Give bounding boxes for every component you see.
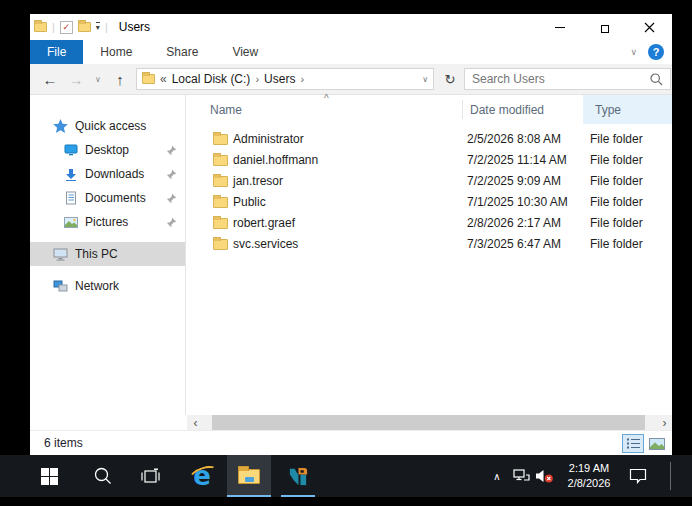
breadcrumb-separator-icon[interactable]: › [300, 73, 304, 85]
show-desktop-button[interactable] [670, 455, 692, 497]
file-name: robert.graef [233, 216, 295, 230]
start-button[interactable] [27, 455, 71, 497]
sidebar-item-pictures[interactable]: Pictures [30, 210, 185, 234]
breadcrumb-separator-icon[interactable]: › [255, 73, 259, 85]
pin-icon [166, 145, 177, 156]
sidebar-item-label: Network [75, 279, 119, 293]
clock[interactable]: 2:19 AM 2/8/2026 [560, 455, 618, 497]
view-buttons [622, 434, 668, 453]
expand-ribbon-icon[interactable]: ∨ [630, 47, 637, 57]
sidebar-item-network[interactable]: Network [30, 274, 185, 298]
sort-ascending-icon[interactable]: ^ [324, 93, 329, 104]
screen-bottom-edge [0, 497, 692, 506]
search-box [464, 68, 671, 90]
app-logo-icon [287, 465, 310, 488]
file-type: File folder [590, 132, 643, 146]
file-date-modified: 7/3/2025 6:47 AM [467, 237, 561, 251]
file-row-svc-services[interactable]: svc.services 7/3/2025 6:47 AM File folde… [187, 234, 672, 255]
file-row-daniel-hoffmann[interactable]: daniel.hoffmann 7/2/2025 11:14 AM File f… [187, 150, 672, 171]
task-view-icon [140, 468, 160, 484]
scrollbar-thumb[interactable] [212, 415, 645, 430]
action-center-button[interactable] [629, 455, 647, 497]
folder-icon [213, 218, 228, 229]
sidebar-item-quick-access[interactable]: Quick access [30, 114, 185, 138]
column-header-name[interactable]: Name [210, 103, 242, 117]
file-name: daniel.hoffmann [233, 153, 318, 167]
tray-expand-button[interactable]: ∧ [489, 455, 505, 497]
file-row-administrator[interactable]: Administrator 2/5/2026 8:08 AM File fold… [187, 129, 672, 150]
navigation-pane: Quick access Desktop Downloads [30, 95, 186, 415]
scroll-left-icon[interactable]: ‹ [188, 415, 203, 430]
new-folder-icon[interactable] [78, 22, 91, 32]
scroll-right-icon[interactable]: › [657, 415, 672, 430]
file-explorer-button[interactable] [227, 455, 271, 497]
close-button[interactable] [627, 14, 672, 40]
help-icon[interactable]: ? [648, 44, 664, 60]
file-row-jan-tresor[interactable]: jan.tresor 7/2/2025 9:09 AM File folder [187, 171, 672, 192]
clock-date: 2/8/2026 [568, 476, 611, 491]
properties-check-icon[interactable]: ✓ [60, 21, 73, 34]
breadcrumb-overflow[interactable]: « [160, 72, 167, 86]
taskbar: e ∧ 2:19 AM 2/8/2026 [0, 455, 692, 497]
sidebar-item-desktop[interactable]: Desktop [30, 138, 185, 162]
column-header-type[interactable]: Type [583, 95, 672, 124]
address-bar[interactable]: « Local Disk (C:) › Users › ∨ [136, 68, 434, 90]
file-date-modified: 2/5/2026 8:08 AM [467, 132, 561, 146]
column-header-row: ^ Name Date modified Type [187, 95, 672, 124]
up-button[interactable]: ↑ [108, 64, 132, 94]
tab-file[interactable]: File [30, 40, 83, 64]
tab-share[interactable]: Share [149, 40, 215, 64]
task-view-button[interactable] [128, 455, 172, 497]
file-row-public[interactable]: Public 7/1/2025 10:30 AM File folder [187, 192, 672, 213]
column-header-date-modified[interactable]: Date modified [470, 103, 544, 117]
horizontal-scrollbar[interactable]: ‹ › [187, 415, 672, 430]
pinned-app-button[interactable] [276, 455, 320, 497]
refresh-button[interactable]: ↻ [438, 68, 462, 90]
breadcrumb-local-disk[interactable]: Local Disk (C:) [172, 72, 251, 86]
search-icon [94, 467, 112, 485]
file-name: Public [233, 195, 266, 209]
sidebar-item-this-pc[interactable]: This PC [30, 242, 185, 266]
customize-qat-dropdown-icon[interactable]: ▾ [96, 22, 100, 32]
search-input[interactable] [465, 72, 650, 86]
column-divider[interactable] [462, 100, 463, 119]
details-view-button[interactable] [622, 434, 644, 453]
sidebar-item-label: Downloads [85, 167, 144, 181]
app-folder-icon [34, 22, 47, 32]
title-bar: | ✓ ▾ | Users [30, 14, 672, 40]
items-count: 6 items [44, 436, 83, 450]
main-area: Quick access Desktop Downloads [30, 95, 672, 415]
recent-locations-dropdown-icon[interactable]: ∨ [90, 64, 106, 94]
file-date-modified: 7/2/2025 9:09 AM [467, 174, 561, 188]
back-button[interactable]: ← [38, 64, 62, 94]
large-icons-view-button[interactable] [646, 434, 668, 453]
restore-button[interactable] [582, 14, 627, 40]
internet-explorer-button[interactable]: e [180, 455, 224, 497]
internet-explorer-icon: e [193, 463, 211, 489]
file-list-pane: ^ Name Date modified Type Administrator … [187, 95, 672, 415]
sidebar-item-downloads[interactable]: Downloads [30, 162, 185, 186]
taskbar-search-button[interactable] [81, 455, 125, 497]
desktop-screen: { "window": { "title": "Users" }, "ribbo… [0, 0, 692, 506]
network-tray-icon[interactable] [512, 455, 530, 497]
forward-button[interactable]: → [64, 64, 88, 94]
file-row-robert-graef[interactable]: robert.graef 2/8/2026 2:17 AM File folde… [187, 213, 672, 234]
minimize-button[interactable] [537, 14, 582, 40]
quick-access-star-icon [52, 119, 69, 133]
restore-icon [601, 25, 609, 33]
pictures-icon [62, 217, 79, 228]
file-explorer-icon [238, 469, 260, 484]
search-icon[interactable] [650, 73, 663, 86]
address-dropdown-icon[interactable]: ∨ [422, 75, 428, 84]
file-type: File folder [590, 195, 643, 209]
tab-view[interactable]: View [215, 40, 275, 64]
file-name: Administrator [233, 132, 304, 146]
desktop-icon [62, 144, 79, 156]
tab-home[interactable]: Home [83, 40, 149, 64]
quick-access-toolbar: | ✓ ▾ | Users [30, 20, 150, 34]
sidebar-item-documents[interactable]: Documents [30, 186, 185, 210]
ribbon-tab-bar: File Home Share View [30, 40, 672, 64]
breadcrumb-users[interactable]: Users [264, 72, 295, 86]
volume-muted-tray-icon[interactable] [534, 455, 554, 497]
file-rows: Administrator 2/5/2026 8:08 AM File fold… [187, 129, 672, 255]
